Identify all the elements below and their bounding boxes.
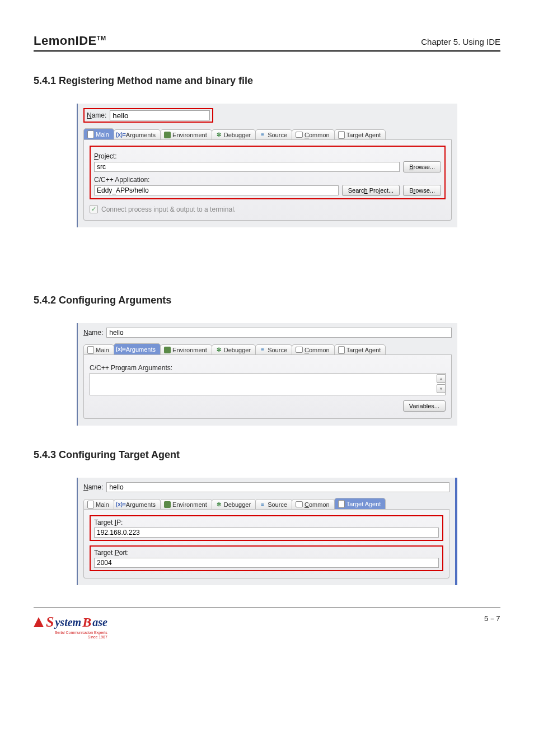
section-heading-541: 5.4.1 Registering Method name and binary… <box>34 75 500 87</box>
doc-icon <box>338 346 345 354</box>
env-icon <box>164 132 171 138</box>
target-port-label: Target Port: <box>94 549 439 557</box>
tab-arguments[interactable]: (x)= Arguments <box>114 129 161 139</box>
source-icon: ≡ <box>259 501 266 508</box>
footer-logo: S ystem B ase Serial Communication Exper… <box>34 614 107 639</box>
project-browse-button[interactable]: Browse... <box>403 161 441 172</box>
tab-arguments-label: Arguments <box>126 132 156 138</box>
panel-main: Name: Main (x)= Arguments Environment ✲ … <box>77 104 457 227</box>
tab-body-arguments: C/C++ Program Arguments: ▲ ▼ Variables..… <box>83 355 452 419</box>
logo-triangle-icon <box>34 617 44 627</box>
tab-target-agent[interactable]: Target Agent <box>334 129 386 139</box>
tab-debugger[interactable]: ✲ Debugger <box>212 499 256 509</box>
tab-common[interactable]: Common <box>292 499 335 509</box>
name-input[interactable] <box>106 328 452 338</box>
tab-target-agent[interactable]: Target Agent <box>334 344 386 354</box>
scroll-down-button[interactable]: ▼ <box>437 384 446 393</box>
application-browse-button[interactable]: Browse... <box>403 185 441 196</box>
common-icon <box>296 347 303 353</box>
name-label: Name: <box>83 483 103 491</box>
tab-body-main: Project: Browse... C/C++ Application: Se… <box>83 140 452 221</box>
source-icon: ≡ <box>259 132 266 138</box>
tab-debugger[interactable]: ✲ Debugger <box>212 129 256 139</box>
doc-icon <box>87 501 94 508</box>
tab-source[interactable]: ≡ Source <box>255 499 292 509</box>
name-input[interactable] <box>110 110 210 120</box>
tab-arguments[interactable]: (x)= Arguments <box>114 343 161 354</box>
program-arguments-input[interactable] <box>90 373 446 395</box>
target-port-input[interactable] <box>94 558 439 568</box>
name-input[interactable] <box>106 482 449 492</box>
tab-environment-label: Environment <box>172 347 207 353</box>
tab-debugger-label: Debugger <box>224 347 251 353</box>
tab-environment[interactable]: Environment <box>160 499 212 509</box>
section-heading-543: 5.4.3 Configuring Target Agent <box>34 449 500 461</box>
tab-main[interactable]: Main <box>83 344 114 354</box>
tab-main[interactable]: Main <box>83 128 114 139</box>
bug-icon: ✲ <box>216 347 222 353</box>
tab-strip: Main (x)= Arguments Environment ✲ Debugg… <box>83 497 449 510</box>
tab-target-agent-label: Target Agent <box>346 347 381 353</box>
env-icon <box>164 501 171 508</box>
tab-common[interactable]: Common <box>292 129 335 139</box>
tab-arguments-label: Arguments <box>126 346 156 353</box>
tab-environment[interactable]: Environment <box>160 344 212 354</box>
tab-source-label: Source <box>268 347 287 353</box>
page-title: LemonIDETM <box>34 34 106 48</box>
logo-s: S <box>46 614 54 631</box>
tab-target-agent-label: Target Agent <box>346 132 381 138</box>
logo-ystem: ystem <box>55 616 81 629</box>
variables-button[interactable]: Variables... <box>403 400 446 412</box>
target-ip-input[interactable] <box>94 528 439 538</box>
doc-icon <box>338 131 345 139</box>
env-icon <box>164 347 171 353</box>
tab-environment-label: Environment <box>172 132 207 138</box>
connect-terminal-checkbox[interactable]: ✓ <box>90 205 98 213</box>
logo-tagline-2: Since 1987 <box>34 635 107 640</box>
args-icon: (x)= <box>118 132 124 138</box>
name-label: Name: <box>87 111 106 119</box>
logo-tagline-1: Serial Communication Experts <box>34 631 107 635</box>
tab-common-label: Common <box>305 501 330 508</box>
tab-source[interactable]: ≡ Source <box>255 129 292 139</box>
tab-environment-label: Environment <box>172 501 207 508</box>
bug-icon: ✲ <box>216 501 222 508</box>
target-port-highlight: Target Port: <box>90 545 443 571</box>
tab-source[interactable]: ≡ Source <box>255 344 292 354</box>
tab-main-label: Main <box>96 501 109 508</box>
tab-environment[interactable]: Environment <box>160 129 212 139</box>
tab-target-agent[interactable]: Target Agent <box>334 498 386 509</box>
search-project-button[interactable]: Search Project... <box>342 185 400 196</box>
doc-icon <box>338 500 345 508</box>
tab-main-label: Main <box>96 347 109 353</box>
logo-ase: ase <box>92 616 107 629</box>
common-icon <box>296 501 303 507</box>
tab-debugger-label: Debugger <box>224 501 251 508</box>
tab-common[interactable]: Common <box>292 344 335 354</box>
chapter-label: Chapter 5. Using IDE <box>421 37 500 46</box>
tab-debugger-label: Debugger <box>224 132 251 138</box>
project-input[interactable] <box>94 162 400 172</box>
tab-main[interactable]: Main <box>83 499 114 509</box>
tab-debugger[interactable]: ✲ Debugger <box>212 344 256 354</box>
project-label: Project: <box>94 152 441 160</box>
bug-icon: ✲ <box>216 132 222 138</box>
source-icon: ≡ <box>259 347 266 353</box>
tab-source-label: Source <box>268 132 287 138</box>
scroll-up-button[interactable]: ▲ <box>437 374 446 383</box>
panel-target-agent: Name: Main (x)= Arguments Environment ✲ … <box>77 478 457 585</box>
tab-target-agent-label: Target Agent <box>346 501 381 507</box>
application-input[interactable] <box>94 185 339 195</box>
application-label: C/C++ Application: <box>94 176 441 184</box>
panel-arguments: Name: Main (x)= Arguments Environment ✲ … <box>77 323 457 426</box>
tab-body-target-agent: Target IP: Target Port: <box>83 510 449 578</box>
main-fields-highlight: Project: Browse... C/C++ Application: Se… <box>90 146 446 199</box>
tab-strip: Main (x)= Arguments Environment ✲ Debugg… <box>83 127 452 140</box>
args-icon: (x)= <box>118 501 124 508</box>
tab-common-label: Common <box>305 132 330 138</box>
tab-arguments[interactable]: (x)= Arguments <box>114 499 161 509</box>
tab-common-label: Common <box>305 347 330 353</box>
page-number: 5－7 <box>484 614 500 624</box>
logo-b: B <box>82 615 91 630</box>
target-ip-label: Target IP: <box>94 519 439 526</box>
